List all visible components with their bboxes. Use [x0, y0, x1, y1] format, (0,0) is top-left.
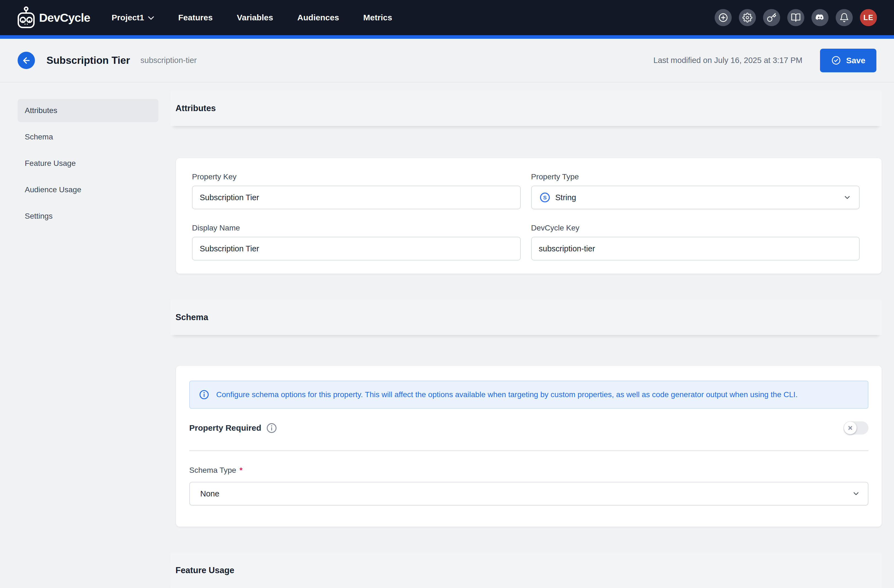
- schema-type-label: Schema Type *: [189, 466, 868, 475]
- property-type-value: String: [556, 193, 576, 202]
- schema-type-value: None: [198, 489, 219, 498]
- attributes-section-header: Attributes: [171, 91, 882, 126]
- gear-icon: [742, 13, 752, 23]
- schema-info-banner: Configure schema options for this proper…: [189, 381, 868, 409]
- chevron-down-icon: [852, 490, 860, 498]
- chevron-down-icon: [148, 16, 154, 20]
- property-key-label: Property Key: [192, 172, 521, 181]
- nav-actions: LE: [715, 9, 877, 26]
- key-icon: [767, 13, 776, 23]
- schema-type-select[interactable]: None: [189, 482, 868, 505]
- add-button[interactable]: [715, 9, 732, 26]
- attributes-card: Property Key Property Type S String: [176, 158, 882, 274]
- property-type-select[interactable]: S String: [531, 185, 860, 209]
- main-content: Attributes Property Key Property Type S …: [171, 83, 882, 588]
- book-open-icon: [791, 13, 801, 23]
- schema-section-header: Schema: [171, 300, 882, 335]
- user-avatar[interactable]: LE: [860, 9, 877, 26]
- back-button[interactable]: [18, 52, 35, 69]
- check-circle-icon: [831, 55, 841, 65]
- info-icon[interactable]: [266, 422, 278, 434]
- property-type-field: Property Type S String: [531, 172, 860, 209]
- sidebar-item-attributes[interactable]: Attributes: [18, 99, 159, 122]
- divider: [189, 451, 868, 451]
- feature-usage-heading: Feature Usage: [175, 565, 234, 575]
- attributes-heading: Attributes: [175, 103, 216, 113]
- nav-item-metrics[interactable]: Metrics: [363, 13, 392, 22]
- nav-item-audiences[interactable]: Audiences: [297, 13, 339, 22]
- save-button-label: Save: [846, 56, 865, 65]
- page-key: subscription-tier: [140, 56, 197, 65]
- sidebar-item-schema[interactable]: Schema: [18, 125, 159, 149]
- add-circle-icon: [718, 12, 728, 23]
- nav-item-features[interactable]: Features: [178, 13, 213, 22]
- required-asterisk: *: [240, 466, 243, 475]
- notifications-button[interactable]: [836, 9, 853, 26]
- feature-usage-section-header: Feature Usage: [171, 553, 882, 588]
- nav-menu: Project1 Features Variables Audiences Me…: [112, 13, 392, 22]
- devcycle-key-label: DevCycle Key: [531, 223, 860, 232]
- sidebar-item-audience-usage[interactable]: Audience Usage: [18, 178, 159, 201]
- devcycle-key-input[interactable]: [531, 237, 860, 261]
- property-required-label-group: Property Required: [189, 422, 278, 434]
- arrow-left-icon: [22, 56, 31, 65]
- svg-text:S: S: [543, 195, 547, 201]
- schema-type-label-text: Schema Type: [189, 466, 236, 475]
- save-button[interactable]: Save: [820, 49, 876, 72]
- display-name-input[interactable]: [192, 237, 521, 261]
- devcycle-key-field: DevCycle Key: [531, 223, 860, 261]
- app-root: DevCycle Project1 Features Variables Aud…: [0, 0, 894, 588]
- string-type-icon: S: [539, 192, 550, 203]
- info-icon: [199, 389, 210, 400]
- x-icon: [847, 425, 853, 431]
- sidebar-item-settings[interactable]: Settings: [18, 205, 159, 228]
- property-type-label: Property Type: [531, 172, 860, 181]
- brand-name: DevCycle: [39, 11, 90, 24]
- chevron-down-icon: [843, 193, 851, 202]
- property-required-label: Property Required: [189, 423, 261, 433]
- api-keys-button[interactable]: [763, 9, 780, 26]
- devcycle-robot-icon: [17, 6, 35, 29]
- last-modified-text: Last modified on July 16, 2025 at 3:17 P…: [653, 56, 802, 65]
- toggle-knob: [844, 422, 856, 434]
- top-navigation-bar: DevCycle Project1 Features Variables Aud…: [0, 0, 894, 35]
- discord-button[interactable]: [811, 9, 829, 26]
- property-key-field: Property Key: [192, 172, 521, 209]
- documentation-button[interactable]: [787, 9, 804, 26]
- schema-heading: Schema: [175, 312, 208, 322]
- page-header: Subscription Tier subscription-tier Last…: [0, 39, 894, 83]
- devcycle-logo[interactable]: DevCycle: [17, 6, 90, 29]
- schema-info-text: Configure schema options for this proper…: [216, 390, 798, 399]
- project-selector[interactable]: Project1: [112, 13, 154, 22]
- page-title: Subscription Tier: [47, 55, 130, 66]
- sidebar-item-feature-usage[interactable]: Feature Usage: [18, 152, 159, 175]
- bell-icon: [839, 13, 849, 23]
- property-key-input[interactable]: [192, 185, 521, 209]
- accent-bar: [0, 35, 894, 39]
- nav-item-variables[interactable]: Variables: [237, 13, 273, 22]
- section-sidebar: Attributes Schema Feature Usage Audience…: [18, 99, 159, 231]
- display-name-label: Display Name: [192, 223, 521, 232]
- project-selector-label: Project1: [112, 13, 144, 22]
- property-required-toggle[interactable]: [844, 421, 868, 434]
- property-required-row: Property Required: [189, 421, 868, 434]
- display-name-field: Display Name: [192, 223, 521, 261]
- settings-button[interactable]: [739, 9, 756, 26]
- schema-card: Configure schema options for this proper…: [176, 366, 882, 527]
- discord-icon: [815, 12, 825, 23]
